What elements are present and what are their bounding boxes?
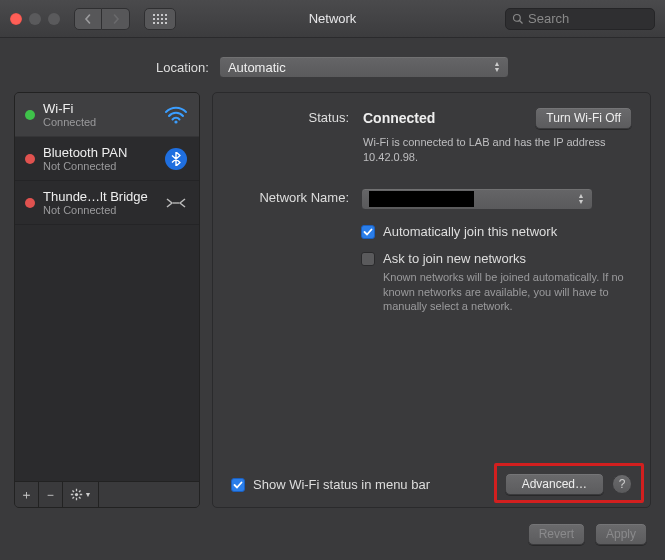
grid-icon: [153, 14, 167, 24]
svg-line-13: [78, 490, 80, 492]
revert-button[interactable]: Revert: [528, 523, 585, 545]
sidebar-item-bluetooth[interactable]: Bluetooth PAN Not Connected: [15, 137, 199, 181]
svg-point-2: [174, 120, 177, 123]
show-all-button[interactable]: [144, 8, 176, 30]
svg-point-0: [514, 14, 521, 21]
bluetooth-icon: [163, 146, 189, 172]
search-input[interactable]: Search: [505, 8, 655, 30]
svg-line-1: [520, 20, 523, 23]
ask-join-label: Ask to join new networks: [383, 251, 632, 266]
location-label: Location:: [156, 60, 209, 75]
help-button[interactable]: ?: [612, 474, 632, 494]
titlebar: Network Search: [0, 0, 665, 38]
status-label: Status:: [231, 107, 349, 125]
advanced-button[interactable]: Advanced…: [505, 473, 604, 495]
ask-join-checkbox[interactable]: [361, 252, 375, 266]
svg-line-12: [78, 497, 80, 499]
status-dot: [25, 110, 35, 120]
gear-icon: [70, 488, 83, 501]
location-value: Automatic: [228, 60, 286, 75]
interface-sidebar: Wi-Fi Connected Bluetooth PAN Not Connec…: [14, 92, 200, 508]
add-interface-button[interactable]: ＋: [15, 482, 39, 507]
search-placeholder: Search: [528, 11, 569, 26]
ask-join-help: Known networks will be joined automatica…: [383, 270, 632, 315]
updown-icon: ▲▼: [490, 57, 504, 77]
sidebar-item-thunderbolt[interactable]: Thunde…lt Bridge Not Connected: [15, 181, 199, 225]
remove-interface-button[interactable]: －: [39, 482, 63, 507]
auto-join-checkbox[interactable]: [361, 225, 375, 239]
svg-point-6: [74, 493, 77, 496]
sidebar-item-text: Bluetooth PAN Not Connected: [43, 145, 155, 172]
svg-point-4: [175, 202, 177, 204]
status-dot: [25, 154, 35, 164]
svg-line-14: [72, 497, 74, 499]
window-controls: [10, 13, 60, 25]
status-info: Wi-Fi is connected to LAB and has the IP…: [363, 135, 623, 165]
sidebar-item-text: Wi-Fi Connected: [43, 101, 155, 128]
auto-join-label: Automatically join this network: [383, 224, 557, 239]
detail-panel: Status: Connected Turn Wi-Fi Off Wi-Fi i…: [212, 92, 651, 508]
footer: Revert Apply: [0, 516, 665, 558]
thunderbolt-icon: [163, 190, 189, 216]
sidebar-item-name: Bluetooth PAN: [43, 145, 155, 160]
sidebar-item-status: Connected: [43, 116, 155, 128]
main-area: Wi-Fi Connected Bluetooth PAN Not Connec…: [0, 92, 665, 516]
minimize-window[interactable]: [29, 13, 41, 25]
window-title: Network: [309, 11, 357, 26]
apply-button[interactable]: Apply: [595, 523, 647, 545]
chevron-down-icon: ▼: [85, 491, 92, 498]
back-button[interactable]: [74, 8, 102, 30]
show-status-label: Show Wi-Fi status in menu bar: [253, 477, 430, 492]
sidebar-item-status: Not Connected: [43, 160, 155, 172]
sidebar-item-text: Thunde…lt Bridge Not Connected: [43, 189, 155, 216]
sidebar-item-name: Wi-Fi: [43, 101, 155, 116]
show-status-checkbox[interactable]: [231, 478, 245, 492]
svg-point-5: [177, 202, 179, 204]
wifi-toggle-button[interactable]: Turn Wi-Fi Off: [535, 107, 632, 129]
search-icon: [512, 13, 524, 25]
status-dot: [25, 198, 35, 208]
redacted-ssid: [369, 191, 474, 207]
close-window[interactable]: [10, 13, 22, 25]
wifi-icon: [163, 102, 189, 128]
interface-list: Wi-Fi Connected Bluetooth PAN Not Connec…: [15, 93, 199, 481]
network-name-label: Network Name:: [231, 187, 349, 315]
svg-line-11: [72, 490, 74, 492]
status-value: Connected: [363, 110, 435, 126]
location-select[interactable]: Automatic ▲▼: [219, 56, 509, 78]
sidebar-item-status: Not Connected: [43, 204, 155, 216]
location-row: Location: Automatic ▲▼: [0, 38, 665, 92]
updown-icon: ▲▼: [574, 189, 588, 209]
forward-button[interactable]: [102, 8, 130, 30]
svg-point-3: [173, 202, 175, 204]
sidebar-footer: ＋ － ▼: [15, 481, 199, 507]
sidebar-item-name: Thunde…lt Bridge: [43, 189, 155, 204]
zoom-window[interactable]: [48, 13, 60, 25]
sidebar-item-wifi[interactable]: Wi-Fi Connected: [15, 93, 199, 137]
interface-options-button[interactable]: ▼: [63, 482, 99, 507]
nav-buttons: [74, 8, 130, 30]
